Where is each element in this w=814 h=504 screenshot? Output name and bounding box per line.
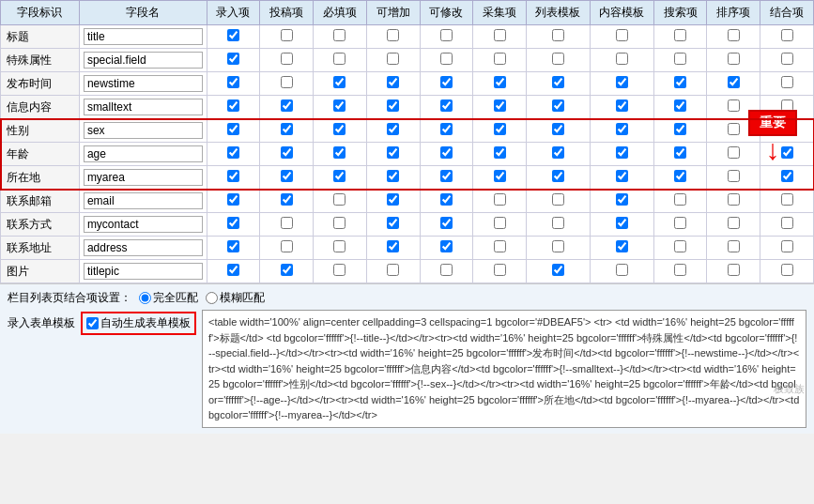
field-内容模板-checkbox[interactable] bbox=[616, 193, 628, 206]
field-内容模板-cell[interactable] bbox=[590, 237, 653, 260]
field-排序项-cell[interactable] bbox=[707, 213, 760, 237]
field-排序项-cell[interactable] bbox=[707, 166, 760, 190]
field-采集项-cell[interactable] bbox=[473, 213, 527, 237]
field-name-input[interactable] bbox=[84, 75, 203, 92]
field-录入项-checkbox[interactable] bbox=[227, 240, 239, 252]
field-投稿项-cell[interactable] bbox=[260, 166, 314, 190]
field-可增加-checkbox[interactable] bbox=[387, 53, 399, 65]
field-可修改-checkbox[interactable] bbox=[440, 193, 453, 206]
field-排序项-checkbox[interactable] bbox=[728, 170, 740, 182]
field-列表模板-checkbox[interactable] bbox=[552, 53, 564, 65]
field-排序项-checkbox[interactable] bbox=[728, 123, 740, 135]
field-结合项-checkbox[interactable] bbox=[781, 264, 793, 276]
field-必填项-checkbox[interactable] bbox=[333, 240, 346, 252]
field-搜索项-cell[interactable] bbox=[653, 96, 707, 119]
match-fuzzy-option[interactable]: 模糊匹配 bbox=[206, 290, 265, 306]
field-排序项-cell[interactable] bbox=[707, 96, 760, 119]
field-必填项-checkbox[interactable] bbox=[333, 123, 346, 135]
field-投稿项-cell[interactable] bbox=[260, 213, 314, 237]
field-可增加-cell[interactable] bbox=[366, 237, 420, 260]
field-搜索项-checkbox[interactable] bbox=[674, 146, 686, 159]
field-搜索项-cell[interactable] bbox=[653, 25, 707, 49]
field-排序项-checkbox[interactable] bbox=[728, 264, 740, 276]
field-采集项-cell[interactable] bbox=[473, 190, 527, 213]
field-采集项-checkbox[interactable] bbox=[494, 170, 506, 182]
field-投稿项-cell[interactable] bbox=[260, 49, 314, 72]
field-可修改-checkbox[interactable] bbox=[440, 217, 453, 229]
field-name-input[interactable] bbox=[84, 145, 203, 162]
field-name-cell[interactable] bbox=[79, 72, 207, 96]
field-列表模板-checkbox[interactable] bbox=[552, 170, 564, 182]
field-结合项-checkbox[interactable] bbox=[781, 99, 793, 112]
match-exact-option[interactable]: 完全匹配 bbox=[139, 290, 198, 306]
field-name-cell[interactable] bbox=[79, 96, 207, 119]
field-投稿项-cell[interactable] bbox=[260, 25, 314, 49]
field-可增加-cell[interactable] bbox=[366, 143, 420, 166]
field-内容模板-cell[interactable] bbox=[590, 96, 653, 119]
field-必填项-checkbox[interactable] bbox=[333, 146, 346, 159]
field-name-input[interactable] bbox=[84, 122, 203, 139]
field-结合项-cell[interactable] bbox=[760, 96, 814, 119]
field-采集项-cell[interactable] bbox=[473, 143, 527, 166]
field-内容模板-cell[interactable] bbox=[590, 143, 653, 166]
field-采集项-cell[interactable] bbox=[473, 166, 527, 190]
field-必填项-checkbox[interactable] bbox=[333, 193, 346, 206]
field-录入项-checkbox[interactable] bbox=[227, 123, 239, 135]
field-搜索项-checkbox[interactable] bbox=[674, 29, 686, 41]
field-内容模板-checkbox[interactable] bbox=[616, 146, 628, 159]
field-name-input[interactable] bbox=[84, 192, 203, 209]
field-投稿项-checkbox[interactable] bbox=[281, 170, 293, 182]
field-采集项-cell[interactable] bbox=[473, 49, 527, 72]
field-采集项-cell[interactable] bbox=[473, 237, 527, 260]
field-列表模板-cell[interactable] bbox=[526, 25, 590, 49]
field-录入项-checkbox[interactable] bbox=[227, 193, 239, 206]
field-可修改-checkbox[interactable] bbox=[440, 53, 453, 65]
field-投稿项-checkbox[interactable] bbox=[281, 264, 293, 276]
field-排序项-cell[interactable] bbox=[707, 72, 760, 96]
field-列表模板-checkbox[interactable] bbox=[552, 193, 564, 206]
field-列表模板-cell[interactable] bbox=[526, 190, 590, 213]
field-录入项-checkbox[interactable] bbox=[227, 29, 239, 41]
field-结合项-checkbox[interactable] bbox=[781, 53, 793, 65]
field-录入项-cell[interactable] bbox=[207, 166, 260, 190]
field-可增加-checkbox[interactable] bbox=[387, 217, 399, 229]
field-name-input[interactable] bbox=[84, 216, 203, 233]
field-可修改-cell[interactable] bbox=[420, 96, 473, 119]
field-列表模板-checkbox[interactable] bbox=[552, 99, 564, 112]
field-列表模板-cell[interactable] bbox=[526, 96, 590, 119]
field-name-input[interactable] bbox=[84, 99, 203, 115]
field-录入项-cell[interactable] bbox=[207, 143, 260, 166]
field-录入项-cell[interactable] bbox=[207, 260, 260, 283]
field-可增加-cell[interactable] bbox=[366, 96, 420, 119]
field-name-cell[interactable] bbox=[79, 166, 207, 190]
field-内容模板-checkbox[interactable] bbox=[616, 123, 628, 135]
field-结合项-checkbox[interactable] bbox=[781, 217, 793, 229]
field-录入项-cell[interactable] bbox=[207, 119, 260, 143]
field-name-cell[interactable] bbox=[79, 260, 207, 283]
field-搜索项-checkbox[interactable] bbox=[674, 53, 686, 65]
field-结合项-checkbox[interactable] bbox=[781, 29, 793, 41]
field-排序项-cell[interactable] bbox=[707, 260, 760, 283]
field-结合项-checkbox[interactable] bbox=[781, 123, 793, 135]
field-录入项-cell[interactable] bbox=[207, 49, 260, 72]
field-搜索项-cell[interactable] bbox=[653, 260, 707, 283]
field-录入项-checkbox[interactable] bbox=[227, 217, 239, 229]
field-排序项-checkbox[interactable] bbox=[728, 146, 740, 159]
field-列表模板-cell[interactable] bbox=[526, 213, 590, 237]
field-录入项-cell[interactable] bbox=[207, 25, 260, 49]
field-录入项-checkbox[interactable] bbox=[227, 76, 239, 88]
field-采集项-cell[interactable] bbox=[473, 96, 527, 119]
field-必填项-checkbox[interactable] bbox=[333, 264, 346, 276]
field-可增加-checkbox[interactable] bbox=[387, 264, 399, 276]
field-内容模板-cell[interactable] bbox=[590, 213, 653, 237]
field-可修改-checkbox[interactable] bbox=[440, 264, 453, 276]
field-必填项-cell[interactable] bbox=[314, 25, 367, 49]
field-录入项-checkbox[interactable] bbox=[227, 99, 239, 112]
field-可修改-cell[interactable] bbox=[420, 25, 473, 49]
field-列表模板-cell[interactable] bbox=[526, 166, 590, 190]
field-必填项-checkbox[interactable] bbox=[333, 170, 346, 182]
field-结合项-cell[interactable] bbox=[760, 72, 814, 96]
field-结合项-cell[interactable] bbox=[760, 260, 814, 283]
field-排序项-checkbox[interactable] bbox=[728, 240, 740, 252]
field-投稿项-checkbox[interactable] bbox=[281, 240, 293, 252]
